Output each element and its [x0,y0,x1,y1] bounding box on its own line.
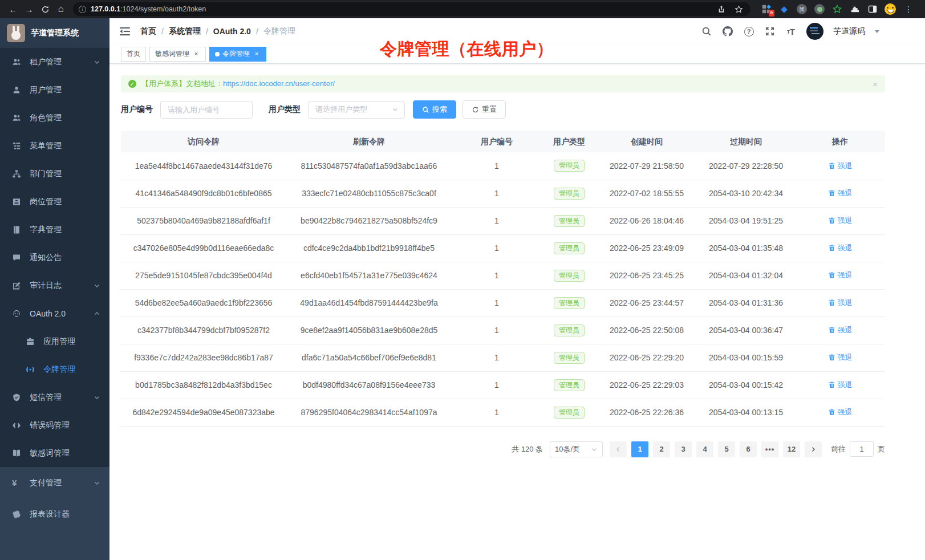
tag-home[interactable]: 首页 [121,47,146,62]
sidebar-item-role[interactable]: 角色管理 [0,104,109,132]
username[interactable]: 芋道源码 [833,26,865,36]
page-size-select[interactable]: 10条/页 [550,441,603,457]
sidebar-item-user[interactable]: 用户管理 [0,76,109,104]
breadcrumb-system[interactable]: 系统管理 [169,26,201,36]
page-button-2[interactable]: 2 [653,441,670,457]
user-type-select[interactable]: 请选择用户类型 [308,101,405,119]
book-icon [12,449,21,458]
sidebar-item-oauth2[interactable]: OAuth 2.0 [0,299,109,327]
github-icon[interactable] [722,26,733,37]
font-size-icon[interactable]: тT [785,26,797,37]
browser-home-icon[interactable]: ⌂ [54,2,68,16]
sidebar-item-oauth2-token[interactable]: 令牌管理 [0,355,109,383]
app-logo[interactable]: 芋道管理系统 [0,18,109,48]
user-id-cell: 1 [452,289,542,316]
force-logout-button[interactable]: 强退 [828,270,853,281]
breadcrumb-home[interactable]: 首页 [140,26,156,36]
create-time-cell: 2022-06-25 22:29:03 [597,371,697,399]
alert-text: 【用户体系】文档地址：https://doc.iocoder.cn/user-c… [141,79,335,89]
browser-back-icon[interactable]: ← [6,2,21,16]
profile-avatar-icon[interactable] [885,3,896,15]
expire-time-cell: 2054-03-04 01:31:36 [697,289,795,316]
browser-forward-icon[interactable]: → [22,2,36,16]
user-menu-caret-icon[interactable] [875,30,879,35]
force-logout-button[interactable]: 强退 [828,188,853,198]
tag-sensitive[interactable]: 敏感词管理 × [149,47,206,62]
trash-icon [828,354,835,361]
sidebar-item-dict[interactable]: 字典管理 [0,216,109,244]
page-button-12[interactable]: 12 [783,441,800,457]
breadcrumb-current: 令牌管理 [263,26,295,36]
force-logout-button[interactable]: 强退 [828,243,853,253]
user-avatar[interactable] [806,23,823,40]
browser-reload-icon[interactable] [38,2,52,16]
gem-extension-icon[interactable]: ◆ [778,3,790,15]
breadcrumb-oauth[interactable]: OAuth 2.0 [213,27,251,36]
page-button-4[interactable]: 4 [696,441,713,457]
extension-toolbar: 9 ◆ ⌘ ⋮ [756,3,919,15]
tag-close-icon[interactable]: × [253,50,261,58]
create-time-cell: 2022-06-25 22:26:36 [597,399,697,426]
site-info-icon[interactable]: i [79,6,86,13]
sidebar-item-dept[interactable]: 部门管理 [0,160,109,188]
user-id-input[interactable] [160,101,253,119]
puzzle-extensions-icon[interactable] [849,3,861,15]
access-token-cell: 6d842e2924594de9a09e45e087323abe [121,399,286,426]
sidebar-item-errcode[interactable]: 错误码管理 [0,411,109,439]
address-bar[interactable]: i 127.0.0.1:1024/system/oauth2/token [73,2,750,16]
logo-avatar [7,24,25,42]
tag-close-icon[interactable]: × [192,50,200,58]
access-token-cell: f9336e7c7dd242a283ee98dc86b17a87 [121,344,286,371]
force-logout-button[interactable]: 强退 [828,161,853,171]
column-header: 过期时间 [697,131,795,152]
extension-grid-icon[interactable]: 9 [761,3,772,15]
prev-page-icon[interactable] [610,441,627,457]
sidebar-item-post[interactable]: 岗位管理 [0,188,109,216]
next-page-icon[interactable] [805,441,822,457]
reset-button[interactable]: 重置 [462,100,506,119]
doc-link[interactable]: https://doc.iocoder.cn/user-center/ [223,79,335,88]
goto-page-input[interactable] [850,441,874,457]
force-logout-button[interactable]: 强退 [828,352,853,363]
record-extension-icon[interactable] [814,3,825,15]
collapse-menu-icon[interactable] [119,25,131,38]
chevron-down-icon [94,59,100,66]
force-logout-button[interactable]: 强退 [828,325,853,335]
sidebar-item-menu[interactable]: 菜单管理 [0,132,109,160]
help-icon[interactable]: ? [743,26,754,37]
star-extension-icon[interactable] [831,3,843,15]
search-icon[interactable] [701,26,712,37]
command-extension-icon[interactable]: ⌘ [796,3,808,15]
fullscreen-icon[interactable] [764,26,776,37]
sidebar-item-oauth2-app[interactable]: 应用管理 [0,327,109,355]
force-logout-button[interactable]: 强退 [828,407,853,417]
trash-icon [828,326,835,334]
force-logout-button[interactable]: 强退 [828,216,853,226]
chevron-down-icon [94,394,100,401]
page-button-1[interactable]: 1 [631,441,648,457]
sidebar-item-audit[interactable]: 审计日志 [0,271,109,299]
page-button-6[interactable]: 6 [740,441,757,457]
refresh-token-cell: 49d1aa46d1454fbd87591444423be9fa [286,289,452,316]
sidebar-item-report[interactable]: 报表设计器 [0,498,109,530]
browser-menu-icon[interactable]: ⋮ [902,5,915,14]
sidebar-item-tenant[interactable]: 租户管理 [0,48,109,76]
create-time-cell: 2022-06-25 23:49:09 [597,234,697,262]
tag-token[interactable]: 令牌管理 × [209,47,266,62]
more-pages-button[interactable]: ••• [761,441,778,457]
page-content: ✓ 【用户体系】文档地址：https://doc.iocoder.cn/user… [109,64,925,457]
sidebar-item-sms[interactable]: 短信管理 [0,383,109,411]
column-header: 用户类型 [542,131,597,152]
side-panel-icon[interactable] [867,3,878,15]
sidebar-item-notice[interactable]: 通知公告 [0,244,109,271]
force-logout-button[interactable]: 强退 [828,380,853,390]
sidebar-item-sensitive[interactable]: 敏感词管理 [0,439,109,467]
force-logout-button[interactable]: 强退 [828,298,853,308]
alert-close-icon[interactable]: × [873,79,878,89]
page-button-5[interactable]: 5 [718,441,735,457]
page-button-3[interactable]: 3 [675,441,692,457]
bookmark-star-icon[interactable] [732,5,745,14]
search-button[interactable]: 搜索 [413,100,456,119]
share-icon[interactable] [715,5,728,13]
sidebar-item-pay[interactable]: ¥ 支付管理 [0,467,109,498]
